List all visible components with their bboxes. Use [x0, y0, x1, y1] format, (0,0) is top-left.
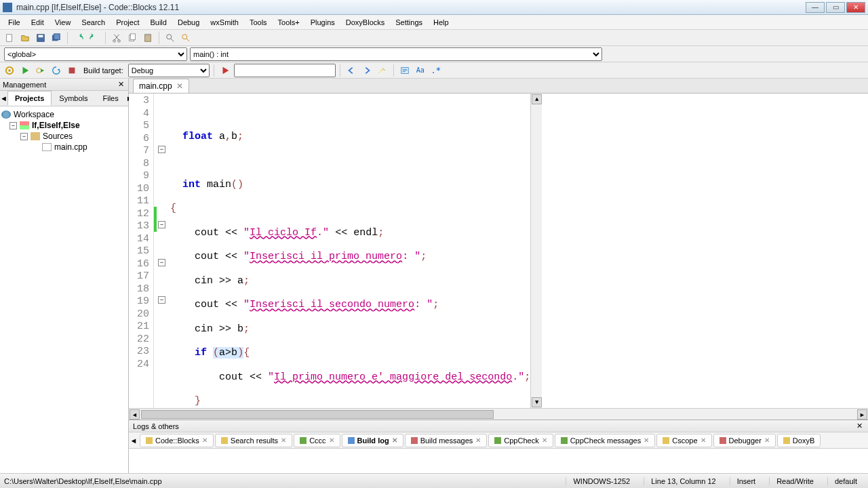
editor-tab-label: main.cpp	[139, 81, 172, 91]
logs-close-icon[interactable]: ✕	[854, 422, 864, 430]
mgmt-tab-left-icon[interactable]: ◄	[0, 91, 7, 106]
svg-point-11	[167, 34, 172, 39]
fold-icon[interactable]: −	[158, 259, 165, 266]
save-all-icon[interactable]	[50, 31, 63, 45]
window-title: main.cpp [If,ElseIf,Else] - Code::Blocks…	[16, 3, 806, 12]
close-button[interactable]: ✕	[846, 2, 865, 13]
scope-right-select[interactable]: main() : int	[190, 47, 602, 61]
scroll-left-icon[interactable]: ◄	[130, 409, 140, 420]
fold-icon[interactable]: −	[158, 221, 165, 228]
open-file-icon[interactable]	[18, 31, 32, 45]
logtab-debugger[interactable]: Debugger✕	[713, 434, 776, 447]
select-text-icon[interactable]	[398, 64, 412, 77]
fold-icon[interactable]: −	[158, 146, 165, 153]
menu-view[interactable]: View	[50, 16, 77, 28]
close-icon[interactable]: ✕	[764, 436, 770, 444]
editor-tab[interactable]: main.cpp ✕	[133, 79, 189, 93]
nav-fwd-icon[interactable]	[360, 64, 374, 77]
redo-icon[interactable]	[87, 31, 101, 45]
close-icon[interactable]: ✕	[329, 436, 334, 444]
build-icon[interactable]	[3, 64, 16, 77]
abort-icon[interactable]	[65, 64, 79, 77]
fold-icon[interactable]: −	[158, 296, 165, 304]
folder-icon	[31, 132, 40, 140]
scroll-thumb[interactable]	[141, 410, 494, 419]
new-file-icon[interactable]	[3, 31, 16, 45]
mgmt-tab-files[interactable]: Files	[96, 91, 126, 106]
debug-start-icon[interactable]	[218, 64, 232, 77]
scroll-down-icon[interactable]: ▼	[532, 397, 542, 407]
logtab-codeblocks[interactable]: Code::Blocks✕	[140, 434, 214, 447]
save-icon[interactable]	[34, 31, 47, 45]
logs-tab-left-icon[interactable]: ◄	[129, 436, 138, 445]
build-run-icon[interactable]	[34, 64, 47, 77]
menu-toolsplus[interactable]: Tools+	[273, 16, 305, 28]
close-icon[interactable]: ✕	[475, 436, 481, 444]
menu-wxsmith[interactable]: wxSmith	[205, 16, 244, 28]
logtab-cscope[interactable]: Cscope✕	[656, 434, 711, 447]
logtab-cppcheckmsg[interactable]: CppCheck messages✕	[555, 434, 656, 447]
menu-edit[interactable]: Edit	[26, 16, 50, 28]
fold-column: − − − −	[157, 94, 167, 408]
menu-help[interactable]: Help	[428, 16, 454, 28]
cut-icon[interactable]	[110, 31, 123, 45]
minimize-button[interactable]: —	[806, 2, 825, 13]
collapse-icon[interactable]: −	[9, 122, 17, 129]
tree-workspace-label: Workspace	[14, 110, 54, 119]
logtab-cppcheck[interactable]: CppCheck✕	[488, 434, 553, 447]
menu-settings[interactable]: Settings	[390, 16, 428, 28]
menu-doxyblocks[interactable]: DoxyBlocks	[340, 16, 390, 28]
menu-build[interactable]: Build	[144, 16, 172, 28]
code-content[interactable]: float a,b; int main() { cout << "Il cicl…	[167, 94, 530, 408]
scope-left-select[interactable]: <global>	[4, 47, 187, 61]
log-icon	[494, 437, 501, 444]
debug-input[interactable]	[234, 64, 336, 77]
close-icon[interactable]: ✕	[202, 436, 208, 444]
paste-icon[interactable]	[141, 31, 155, 45]
nav-back-icon[interactable]	[344, 64, 358, 77]
menu-search[interactable]: Search	[76, 16, 111, 28]
tree-project[interactable]: − If,ElseIf,Else	[1, 120, 127, 131]
menu-plugins[interactable]: Plugins	[305, 16, 340, 28]
maximize-button[interactable]: ▭	[826, 2, 845, 13]
close-icon[interactable]: ✕	[644, 436, 649, 444]
logtab-buildmsg[interactable]: Build messages✕	[405, 434, 488, 447]
logtab-doxy[interactable]: DoxyB	[777, 434, 821, 447]
horizontal-scrollbar[interactable]: ◄ ►	[129, 408, 868, 420]
match-case-icon[interactable]: Aa	[414, 64, 427, 77]
close-icon[interactable]: ✕	[542, 436, 547, 444]
tree-workspace[interactable]: Workspace	[1, 109, 127, 120]
highlight-icon[interactable]	[376, 64, 389, 77]
build-target-select[interactable]: Debug	[128, 64, 210, 77]
run-icon[interactable]	[18, 64, 32, 77]
replace-icon[interactable]	[179, 31, 193, 45]
regex-icon[interactable]: .*	[429, 64, 443, 77]
close-icon[interactable]: ✕	[701, 436, 706, 444]
menu-debug[interactable]: Debug	[172, 16, 205, 28]
tree-sources[interactable]: − Sources	[1, 131, 127, 142]
find-icon[interactable]	[163, 31, 177, 45]
mgmt-tab-symbols[interactable]: Symbols	[52, 91, 95, 106]
scroll-up-icon[interactable]: ▲	[532, 94, 542, 104]
menu-file[interactable]: File	[3, 16, 26, 28]
logtab-buildlog[interactable]: Build log✕	[342, 434, 403, 447]
code-editor[interactable]: 3456789101112131415161718192021222324 − …	[129, 94, 868, 408]
menu-project[interactable]: Project	[111, 16, 144, 28]
tree-project-label: If,ElseIf,Else	[32, 121, 80, 130]
tree-file[interactable]: main.cpp	[1, 142, 127, 152]
copy-icon[interactable]	[125, 31, 139, 45]
rebuild-icon[interactable]	[50, 64, 63, 77]
line-number-gutter: 3456789101112131415161718192021222324	[129, 94, 154, 408]
undo-icon[interactable]	[72, 31, 85, 45]
scroll-right-icon[interactable]: ►	[857, 409, 867, 420]
collapse-icon[interactable]: −	[20, 133, 28, 140]
logtab-cccc[interactable]: Cccc✕	[294, 434, 340, 447]
close-icon[interactable]: ✕	[392, 436, 397, 444]
close-icon[interactable]: ✕	[281, 436, 286, 444]
vertical-scrollbar[interactable]: ▲ ▼	[530, 94, 542, 408]
mgmt-tab-projects[interactable]: Projects	[7, 91, 52, 106]
logtab-search[interactable]: Search results✕	[215, 434, 292, 447]
editor-tab-close-icon[interactable]: ✕	[176, 81, 183, 91]
menu-tools[interactable]: Tools	[244, 16, 273, 28]
management-close-icon[interactable]: ✕	[116, 80, 125, 89]
